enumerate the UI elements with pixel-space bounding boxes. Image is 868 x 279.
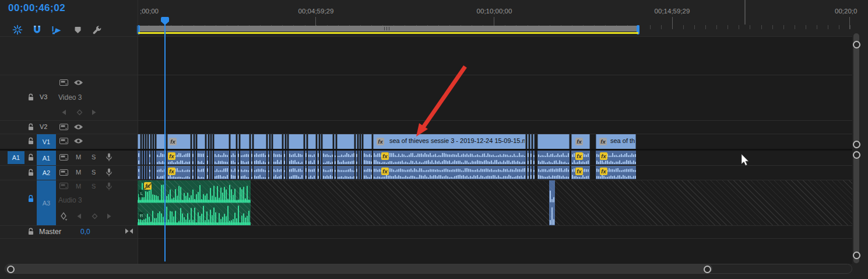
add-marker-icon[interactable] [72, 25, 83, 35]
audio-clip[interactable] [337, 151, 354, 165]
track-locked-icon[interactable] [27, 194, 34, 203]
toggle-track-output-eye-icon[interactable] [73, 138, 83, 144]
audio-clip[interactable] [317, 166, 319, 179]
video-clip[interactable] [197, 134, 205, 149]
audio-clip[interactable] [237, 151, 239, 165]
video-clip[interactable] [138, 134, 140, 149]
fx-badge[interactable]: fx [377, 138, 384, 145]
mute-track-button[interactable]: M [76, 183, 81, 190]
master-meter-bowtie-icon[interactable] [125, 228, 133, 234]
audio-clip[interactable] [268, 166, 269, 179]
audio-clip[interactable] [322, 151, 333, 165]
audio-clip[interactable] [230, 151, 236, 165]
audio-clip[interactable] [320, 166, 321, 179]
audio-clip[interactable] [254, 151, 266, 165]
audio-clip[interactable] [305, 166, 307, 179]
video-clip[interactable] [305, 134, 307, 149]
audio-clip[interactable] [251, 151, 252, 165]
master-volume-value[interactable]: 0,0 [80, 228, 90, 236]
video-clip[interactable] [154, 134, 155, 149]
fx-muted-badge[interactable]: fx [144, 182, 152, 190]
video-clip[interactable] [237, 134, 239, 149]
video-clip[interactable] [273, 134, 282, 149]
video-clip[interactable] [356, 134, 357, 149]
sync-lock-icon[interactable] [59, 154, 68, 161]
sync-lock-icon[interactable] [59, 169, 68, 176]
audio-clip[interactable] [308, 151, 316, 165]
audio-clip[interactable] [154, 166, 155, 179]
video-clip[interactable] [240, 134, 249, 149]
master-track-label[interactable]: Master [39, 228, 61, 236]
video-clip[interactable] [361, 134, 362, 149]
video-clip[interactable] [527, 134, 529, 149]
video-clip[interactable] [268, 134, 269, 149]
audio-clip[interactable] [373, 151, 526, 165]
video-clip[interactable] [334, 134, 336, 149]
video-clip[interactable] [322, 134, 333, 149]
audio-clip[interactable] [373, 166, 526, 179]
audio-clip[interactable] [334, 166, 336, 179]
audio-clip[interactable] [152, 166, 153, 179]
fx-badge[interactable]: fx [600, 168, 607, 175]
audio-clip[interactable] [533, 151, 535, 165]
add-keyframe-icon[interactable] [76, 109, 83, 116]
track-lock-icon[interactable] [27, 137, 34, 145]
next-keyframe-icon[interactable] [92, 109, 97, 116]
audio-clip[interactable] [359, 166, 360, 179]
track-label-v3[interactable]: V3 [40, 93, 47, 100]
audio-clip[interactable] [308, 166, 316, 179]
video-clip[interactable] [206, 134, 208, 149]
audio-clip[interactable] [273, 151, 282, 165]
video-clip[interactable] [146, 134, 147, 149]
video-clip[interactable] [149, 134, 150, 149]
audio-clip[interactable] [240, 151, 249, 165]
audio-clip[interactable] [254, 166, 266, 179]
audio-clip[interactable] [530, 151, 532, 165]
fx-badge[interactable]: fx [168, 168, 175, 175]
video-clip[interactable] [212, 134, 213, 149]
audio-clip[interactable] [144, 151, 145, 165]
audio-clip[interactable] [273, 166, 282, 179]
audio-clip[interactable] [268, 151, 269, 165]
hscroll-left-handle[interactable] [7, 266, 15, 273]
horizontal-scrollbar-thumb[interactable] [6, 264, 712, 273]
audio-clip[interactable] [152, 151, 153, 165]
audio-clip[interactable] [138, 166, 140, 179]
fx-badge[interactable]: fx [168, 152, 175, 160]
track-name-audio3[interactable]: Audio 3 [58, 196, 82, 204]
voiceover-mic-icon[interactable] [106, 168, 113, 177]
audio-clip[interactable] [212, 166, 213, 179]
audio-clip-green[interactable] [138, 180, 251, 225]
video-clip[interactable] [363, 134, 372, 149]
video-clip[interactable] [286, 134, 287, 149]
timeline-settings-wrench-icon[interactable] [91, 25, 103, 35]
track-lock-icon[interactable] [27, 93, 34, 101]
audio-clip[interactable] [289, 166, 304, 179]
insert-nest-icon[interactable] [12, 25, 23, 35]
mute-track-button[interactable]: M [76, 154, 81, 161]
audio-clip[interactable] [138, 151, 140, 165]
video-clip[interactable] [289, 134, 304, 149]
solo-track-button[interactable]: S [92, 183, 96, 190]
audio-clip[interactable] [537, 166, 570, 179]
audio-clip[interactable] [142, 166, 143, 179]
audio-clip[interactable] [212, 151, 213, 165]
track-label-v2[interactable]: V2 [40, 123, 47, 130]
audio-clip[interactable] [142, 151, 143, 165]
audio-clip[interactable] [192, 151, 194, 165]
audio-clip[interactable] [206, 151, 208, 165]
track-name-video3[interactable]: Video 3 [58, 93, 82, 102]
video-scrollbar-top-handle[interactable] [853, 41, 860, 48]
fx-badge[interactable]: fx [600, 152, 607, 160]
audio-clip[interactable] [146, 166, 147, 179]
audio-clip[interactable] [337, 166, 354, 179]
audio-clip[interactable] [527, 151, 529, 165]
audio-clip[interactable] [359, 151, 360, 165]
audio-clip[interactable] [192, 166, 194, 179]
video-clip[interactable] [230, 134, 236, 149]
audio-scrollbar-top-handle[interactable] [853, 151, 860, 159]
audio-clip[interactable] [289, 151, 304, 165]
video-clip[interactable] [533, 134, 535, 149]
audio-clip[interactable] [530, 166, 532, 179]
previous-keyframe-icon[interactable] [61, 109, 66, 116]
